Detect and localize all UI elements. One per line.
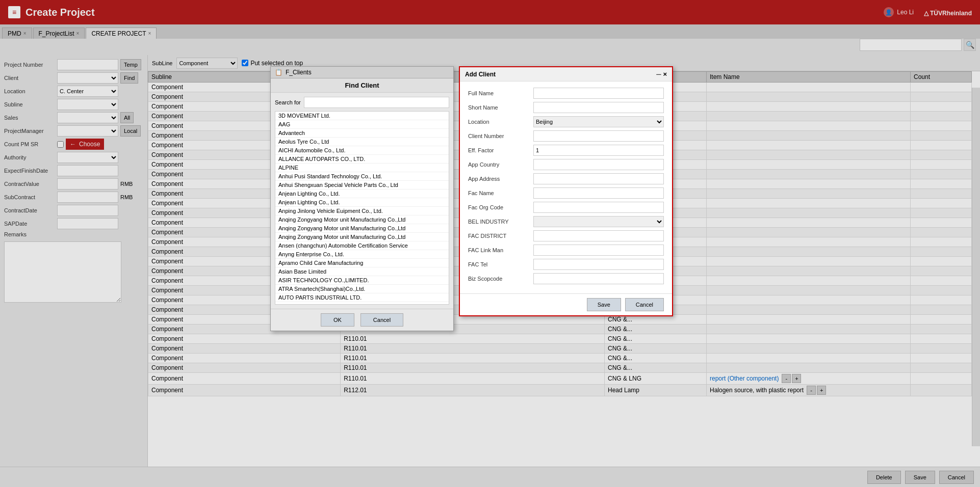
full-name-label: Full Name — [468, 90, 529, 96]
short-name-label: Short Name — [468, 104, 529, 111]
client-list-item[interactable]: Anhui Shengxuan Special Vehicle Parts Co… — [275, 181, 449, 190]
fac-org-code-input[interactable] — [533, 202, 664, 213]
find-client-search-row: Search for — [275, 97, 449, 108]
add-client-body: Full Name Short Name Location Beijing Cl… — [460, 82, 672, 293]
find-client-search-input[interactable] — [304, 97, 449, 108]
short-name-input[interactable] — [533, 102, 664, 113]
add-location-select[interactable]: Beijing — [533, 116, 664, 127]
client-list-item[interactable]: AICHI Automobile Co., Ltd. — [275, 146, 449, 155]
client-list-item[interactable]: Anhui Pusi Standard Technology Co., Ltd. — [275, 172, 449, 181]
client-list-item[interactable]: Anyng Enterprise Co., Ltd. — [275, 250, 449, 259]
fac-org-code-row: Fac Org Code — [468, 202, 664, 213]
add-location-row: Location Beijing — [468, 116, 664, 127]
client-list-item[interactable]: Apramo Child Care Manufacturing — [275, 259, 449, 267]
add-client-minimize[interactable]: ─ — [656, 70, 661, 78]
short-name-row: Short Name — [468, 102, 664, 113]
add-client-save-button[interactable]: Save — [587, 298, 621, 311]
find-client-ok-button[interactable]: OK — [321, 313, 354, 327]
find-client-header-icon: 📋 — [275, 69, 282, 76]
client-list-item[interactable]: Asian Base Limited — [275, 267, 449, 276]
full-name-row: Full Name — [468, 88, 664, 99]
find-client-search-label: Search for — [275, 99, 301, 105]
app-address-input[interactable] — [533, 173, 664, 184]
client-number-row: Client Number — [468, 130, 664, 142]
fac-name-input[interactable] — [533, 187, 664, 199]
app-address-label: App Address — [468, 176, 529, 182]
bel-industry-row: BEL INDUSTRY — [468, 216, 664, 227]
find-client-title: Find Client — [271, 78, 453, 93]
eff-factor-row: Eff. Factor — [468, 145, 664, 156]
client-list-item[interactable]: Autoliv (Changchun) Vehicle Safety Syste… — [275, 302, 449, 305]
app-country-label: App Country — [468, 161, 529, 168]
client-list-item[interactable]: Aeolus Tyre Co., Ltd — [275, 138, 449, 146]
client-list-item[interactable]: ALLANCE AUTOPARTS CO., LTD. — [275, 155, 449, 164]
biz-scopcode-row: Biz Scopcode — [468, 273, 664, 284]
app-country-row: App Country — [468, 159, 664, 170]
find-client-dialog: 📋 F_Clients Find Client Search for 3D MO… — [270, 66, 454, 331]
client-list-item[interactable]: 3D MOVEMENT Ltd. — [275, 112, 449, 120]
biz-scopcode-label: Biz Scopcode — [468, 276, 529, 282]
find-client-cancel-button[interactable]: Cancel — [360, 313, 403, 327]
client-list[interactable]: 3D MOVEMENT Ltd.AAGAdvantechAeolus Tyre … — [275, 111, 449, 305]
app-address-row: App Address — [468, 173, 664, 184]
add-client-dialog: Add Client ─ × Full Name Short Name Loca… — [459, 66, 673, 316]
fac-name-row: Fac Name — [468, 187, 664, 199]
add-location-label: Location — [468, 119, 529, 125]
fac-link-man-input[interactable] — [533, 245, 664, 256]
fac-district-row: FAC DISTRICT — [468, 230, 664, 241]
find-client-body: Search for 3D MOVEMENT Ltd.AAGAdvantechA… — [271, 93, 453, 309]
add-client-header: Add Client ─ × — [460, 67, 672, 82]
full-name-input[interactable] — [533, 88, 664, 99]
client-list-item[interactable]: Anqing Zongyang Motor unit Manufacturing… — [275, 215, 449, 224]
client-list-item[interactable]: AUTO PARTS INDUSTRIAL LTD. — [275, 293, 449, 302]
find-client-dialog-header: 📋 F_Clients — [271, 67, 453, 78]
client-number-input[interactable] — [533, 130, 664, 142]
add-client-cancel-button[interactable]: Cancel — [625, 298, 664, 311]
client-list-item[interactable]: Anping Jinlong Vehicle Euipment Co., Ltd… — [275, 207, 449, 215]
fac-org-code-label: Fac Org Code — [468, 204, 529, 210]
add-client-close[interactable]: × — [663, 70, 667, 78]
client-list-item[interactable]: Anjean Lighting Co., Ltd. — [275, 190, 449, 198]
fac-link-man-label: FAC Link Man — [468, 247, 529, 253]
add-client-footer: Save Cancel — [460, 293, 672, 315]
client-list-item[interactable]: ATRA Smartech(Shanghai)Co.,Ltd. — [275, 285, 449, 293]
fac-tel-row: FAC Tel — [468, 259, 664, 270]
client-list-item[interactable]: AAG — [275, 120, 449, 129]
eff-factor-input[interactable] — [533, 145, 664, 156]
find-client-header-label: F_Clients — [286, 69, 312, 76]
add-client-title: Add Client — [465, 71, 496, 78]
biz-scopcode-input[interactable] — [533, 273, 664, 284]
bel-industry-select[interactable] — [533, 216, 664, 227]
client-list-item[interactable]: Advantech — [275, 129, 449, 138]
fac-tel-input[interactable] — [533, 259, 664, 270]
client-list-item[interactable]: Ansen (changchun) Automobile Certificati… — [275, 241, 449, 250]
fac-district-label: FAC DISTRICT — [468, 233, 529, 239]
fac-district-input[interactable] — [533, 230, 664, 241]
fac-name-label: Fac Name — [468, 190, 529, 196]
fac-tel-label: FAC Tel — [468, 261, 529, 267]
client-list-item[interactable]: Anqing Zongyang Motor unit Manufacturing… — [275, 224, 449, 233]
client-number-label: Client Number — [468, 133, 529, 139]
client-list-item[interactable]: ASIR TECHNOLOGY CO.,LIMITED. — [275, 276, 449, 285]
fac-link-man-row: FAC Link Man — [468, 245, 664, 256]
client-list-item[interactable]: ALPINE — [275, 164, 449, 172]
eff-factor-label: Eff. Factor — [468, 147, 529, 153]
find-client-footer: OK Cancel — [271, 309, 453, 331]
app-country-input[interactable] — [533, 159, 664, 170]
client-list-item[interactable]: Anqing Zongyang Motor unit Manufacturing… — [275, 233, 449, 241]
modal-overlay: 📋 F_Clients Find Client Search for 3D MO… — [0, 0, 980, 487]
client-list-item[interactable]: Anjean Lighting Co., Ltd. — [275, 198, 449, 207]
bel-industry-label: BEL INDUSTRY — [468, 219, 529, 225]
